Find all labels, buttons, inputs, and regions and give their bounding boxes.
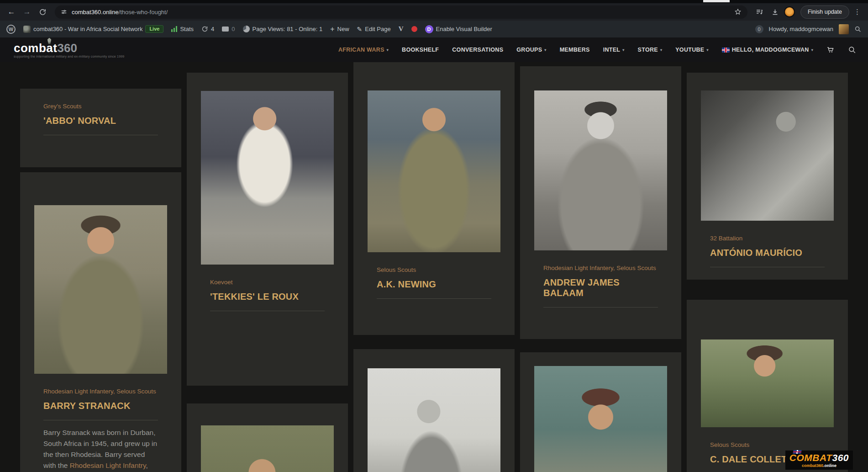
notification-count-badge[interactable]: 0	[755, 25, 763, 33]
card-photo[interactable]	[701, 90, 834, 221]
media-playlist-icon[interactable]	[753, 5, 767, 19]
nav-item-groups[interactable]: GROUPS▾	[516, 47, 546, 53]
admin-search-icon[interactable]	[854, 26, 862, 33]
new-content-menu[interactable]: + New	[330, 25, 349, 33]
profile-card: Rhodesian Light Infantery, Selous Scouts…	[20, 172, 181, 472]
card-photo[interactable]	[201, 425, 334, 472]
edit-page-menu[interactable]: ✎ Edit Page	[357, 26, 391, 33]
comments-menu[interactable]: 0	[222, 26, 235, 32]
profile-card	[520, 352, 681, 472]
updates-icon	[201, 26, 208, 32]
card-photo[interactable]	[534, 90, 667, 250]
card-category-link[interactable]: Rhodesian Light Infantery, Selous Scouts	[543, 265, 658, 271]
chevron-down-icon: ▾	[706, 48, 708, 52]
nav-item-conversations[interactable]: CONVERSATIONS	[452, 47, 503, 53]
recording-indicator[interactable]	[411, 26, 417, 32]
site-logo[interactable]: combat360 supporting the international m…	[14, 42, 124, 58]
card-divider	[377, 298, 491, 299]
chevron-down-icon: ▾	[811, 48, 813, 52]
card-category-link[interactable]: 32 Battalion	[710, 235, 825, 242]
card-title-link[interactable]: ANDREW JAMES BALAAM	[543, 277, 658, 298]
browser-profile-avatar[interactable]	[784, 6, 795, 17]
card-photo[interactable]	[368, 368, 500, 472]
card-category-link[interactable]: Koevoet	[210, 279, 325, 286]
card-divider	[710, 267, 825, 267]
background-window-sliver	[703, 0, 730, 2]
chevron-down-icon: ▾	[622, 48, 624, 52]
stats-menu[interactable]: Stats	[171, 26, 194, 32]
card-divider	[210, 311, 325, 311]
nav-item-bookshelf[interactable]: BOOKSHELF	[402, 47, 439, 53]
nav-item-account-greeting[interactable]: HELLO, MADDOGMCEWAN▾	[722, 47, 813, 53]
browser-tab-strip	[0, 0, 868, 3]
card-title-link[interactable]: BARRY STRANACK	[43, 401, 158, 411]
card-category-link[interactable]: Selous Scouts	[710, 441, 825, 448]
card-photo[interactable]	[534, 366, 667, 472]
card-photo[interactable]	[34, 205, 167, 374]
card-title-link[interactable]: 'ABBO' NORVAL	[43, 116, 158, 126]
nav-item-african-wars[interactable]: AFRICAN WARS▾	[338, 47, 389, 53]
cart-icon[interactable]	[826, 46, 835, 54]
updates-count: 4	[211, 26, 214, 32]
chevron-down-icon: ▾	[544, 48, 546, 52]
card-category-link[interactable]: Selous Scouts	[377, 266, 491, 273]
finish-update-button[interactable]: Finish update	[800, 5, 849, 19]
forward-button-icon[interactable]: →	[20, 5, 34, 19]
back-button-icon[interactable]: ←	[5, 5, 18, 19]
plus-icon: +	[330, 25, 334, 33]
pie-chart-icon	[243, 26, 250, 32]
card-title-link[interactable]: ANTÓNIO MAURÍCIO	[710, 248, 825, 258]
bookmark-star-icon[interactable]	[734, 8, 742, 16]
address-bar[interactable]: combat360.online/those-who-fought/	[55, 5, 747, 19]
profile-card: Grey's Scouts 'ABBO' NORVAL	[20, 89, 181, 167]
card-photo[interactable]	[201, 91, 334, 265]
plugin-monogram-menu[interactable]: V	[399, 25, 404, 33]
post-grid: Grey's Scouts 'ABBO' NORVAL Rhodesian Li…	[0, 62, 868, 472]
card-category-link[interactable]: Rhodesian Light Infantery, Selous Scouts	[43, 388, 158, 395]
browser-toolbar: ← → combat360.online/those-who-fought/ F…	[0, 3, 868, 21]
nav-item-intel[interactable]: INTEL▾	[603, 47, 625, 53]
visual-builder-menu[interactable]: D Enable Visual Builder	[425, 25, 492, 33]
divi-icon: D	[425, 25, 433, 33]
reload-icon[interactable]	[36, 5, 49, 19]
site-favicon-icon	[23, 26, 31, 33]
url-text: combat360.online/those-who-fought/	[72, 9, 168, 16]
page-views-menu[interactable]: Page Views: 81 - Online: 1	[243, 26, 323, 32]
uk-flag-icon	[722, 48, 730, 53]
red-dot-icon	[411, 26, 417, 32]
site-name-label: combat360 - War in Africa Social Network	[33, 26, 142, 32]
card-photo[interactable]	[701, 339, 834, 427]
card-title-link[interactable]: 'TEKKIES' LE ROUX	[210, 292, 325, 302]
download-icon[interactable]	[768, 5, 782, 19]
main-navigation: AFRICAN WARS▾ BOOKSHELF CONVERSATIONS GR…	[338, 46, 856, 54]
nav-item-store[interactable]: STORE▾	[638, 47, 663, 53]
wp-admin-bar: W combat360 - War in Africa Social Netwo…	[0, 21, 868, 37]
card-photo[interactable]	[368, 90, 500, 252]
pencil-icon: ✎	[357, 26, 363, 33]
profile-card: Koevoet 'TEKKIES' LE ROUX	[187, 73, 348, 386]
card-title-link[interactable]: A.K. NEWING	[377, 279, 491, 290]
chevron-down-icon: ▾	[387, 48, 389, 52]
visual-builder-label: Enable Visual Builder	[436, 26, 492, 32]
search-icon[interactable]	[848, 46, 856, 54]
uk-flag-icon	[793, 450, 801, 454]
nav-item-members[interactable]: MEMBERS	[560, 47, 590, 53]
user-avatar[interactable]	[839, 24, 849, 34]
profile-card	[353, 349, 515, 472]
site-info-icon[interactable]	[61, 9, 67, 15]
site-name-menu[interactable]: combat360 - War in Africa Social Network…	[23, 25, 163, 33]
live-badge: Live	[145, 25, 163, 33]
wp-logo-menu[interactable]: W	[6, 25, 16, 34]
profile-card: 32 Battalion ANTÓNIO MAURÍCIO	[687, 73, 848, 280]
card-excerpt: Barry Stranack was born in Durban, South…	[43, 427, 158, 472]
page-views-label: Page Views: 81 - Online: 1	[253, 26, 323, 32]
howdy-label[interactable]: Howdy, maddogmcewan	[769, 26, 833, 32]
nav-item-youtube[interactable]: YOUTUBE▾	[675, 47, 709, 53]
profile-card: Selous Scouts C. DALE COLLETT	[687, 300, 848, 472]
card-divider	[43, 135, 158, 135]
updates-menu[interactable]: 4	[201, 26, 214, 32]
stats-bars-icon	[171, 26, 177, 32]
excerpt-inline-link[interactable]: Rhodesian Light Infantry	[70, 461, 146, 469]
browser-menu-kebab-icon[interactable]: ⋮	[851, 8, 863, 16]
card-category-link[interactable]: Grey's Scouts	[43, 103, 158, 110]
